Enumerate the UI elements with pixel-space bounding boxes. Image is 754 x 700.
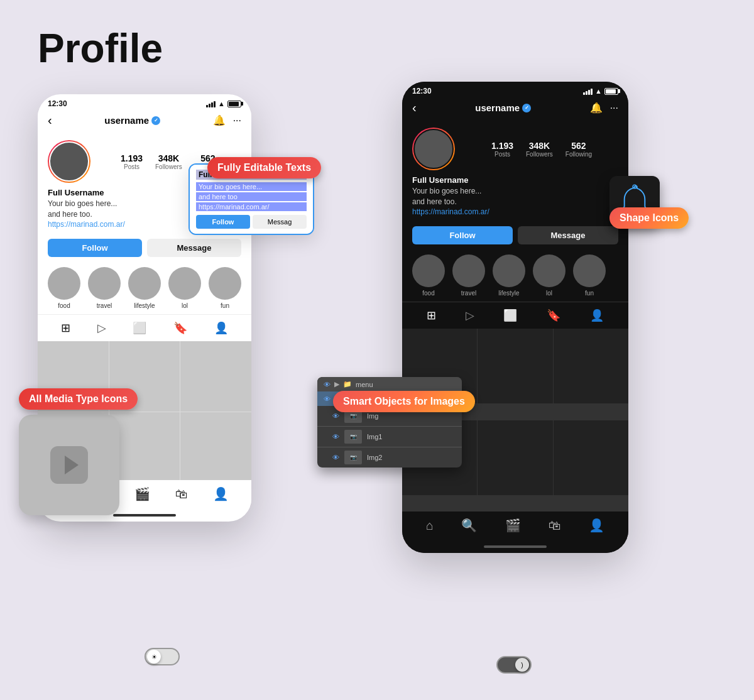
popup-bio1: Your bio goes here... xyxy=(196,182,307,191)
avatar-dark xyxy=(413,129,454,169)
action-btns-dark: Follow Message xyxy=(402,221,628,249)
signal-bars-light xyxy=(206,100,216,107)
follow-btn-light[interactable]: Follow xyxy=(48,239,142,257)
layer-img1[interactable]: 👁 📷 Img1 xyxy=(317,427,462,447)
tab-save-light[interactable]: 🔖 xyxy=(173,321,187,335)
tab-profile-dark[interactable]: 👤 xyxy=(590,309,604,322)
story-circle-dark4 xyxy=(533,254,566,287)
story-lol-dark[interactable]: lol xyxy=(533,254,566,297)
stat-following-dark: 562 Following xyxy=(566,141,592,158)
username-text-light: username xyxy=(104,115,149,126)
back-btn-dark[interactable]: ‹ xyxy=(412,101,417,115)
bell-icon-light[interactable]: 🔔 xyxy=(213,114,226,126)
status-icons-dark: ▲ xyxy=(583,87,618,95)
shop-nav-light[interactable]: 🛍 xyxy=(175,487,188,501)
follow-btn-dark[interactable]: Follow xyxy=(412,226,513,244)
callout-editable-texts: Fully Editable Texts xyxy=(207,157,321,178)
story-travel-dark[interactable]: travel xyxy=(452,254,485,297)
tab-tagged-light[interactable]: ⬜ xyxy=(133,321,146,335)
eye-icon-img1: 👁 xyxy=(332,433,339,440)
story-circle-light4 xyxy=(168,267,201,300)
story-lifestyle-light[interactable]: lifestyle xyxy=(128,267,161,309)
signal-bars-dark xyxy=(583,87,593,95)
story-lol-light[interactable]: lol xyxy=(168,267,201,309)
profile-nav-light[interactable]: 👤 xyxy=(213,486,229,501)
story-fun-dark[interactable]: fun xyxy=(573,254,606,297)
grid-cell-5 xyxy=(109,412,180,480)
status-icons-light: ▲ xyxy=(206,100,241,107)
popup-message-btn: Messag xyxy=(253,215,307,229)
username-text-dark: username xyxy=(475,102,520,113)
tab-save-dark[interactable]: 🔖 xyxy=(547,309,560,322)
verified-icon-light: ✓ xyxy=(151,116,160,125)
stat-followers-dark: 348K Followers xyxy=(526,141,553,158)
toggle-dark[interactable]: ) xyxy=(496,656,532,674)
reels-nav-dark[interactable]: 🎬 xyxy=(505,518,521,533)
toggle-knob-light: ☀ xyxy=(147,650,161,664)
story-food-light[interactable]: food xyxy=(48,267,80,309)
grid-cell-dark-2 xyxy=(478,329,552,403)
story-lifestyle-dark[interactable]: lifestyle xyxy=(493,254,525,297)
story-circle-light3 xyxy=(128,267,161,300)
tab-tagged-dark[interactable]: ⬜ xyxy=(503,309,517,322)
profile-bio-dark: Your bio goes here... and here too. xyxy=(412,186,618,207)
popup-follow-btn[interactable]: Follow xyxy=(196,215,250,229)
message-btn-light[interactable]: Message xyxy=(147,239,241,257)
status-bar-dark: 12:30 ▲ xyxy=(402,82,628,98)
nav-actions-light: 🔔 ··· xyxy=(213,114,241,126)
more-icon-light[interactable]: ··· xyxy=(233,115,241,126)
story-circle-dark3 xyxy=(493,254,525,287)
tab-reels-dark[interactable]: ▷ xyxy=(466,309,474,322)
tab-grid-light[interactable]: ⊞ xyxy=(61,321,70,335)
home-nav-dark[interactable]: ⌂ xyxy=(426,518,434,533)
tab-reels-light[interactable]: ▷ xyxy=(97,321,106,335)
page-title: Profile xyxy=(38,25,163,72)
dark-phone: 12:30 ▲ ‹ username ✓ xyxy=(402,82,628,553)
toggle-dark-wrap[interactable]: ) xyxy=(496,656,532,674)
callout-media-type: All Media Type Icons xyxy=(19,388,138,410)
back-btn-light[interactable]: ‹ xyxy=(48,113,52,128)
username-area-dark: username ✓ xyxy=(475,102,531,113)
profile-nav-dark[interactable]: 👤 xyxy=(589,518,604,533)
story-travel-light[interactable]: travel xyxy=(88,267,121,309)
eye-icon-img: 👁 xyxy=(332,412,339,420)
reels-nav-light[interactable]: 🎬 xyxy=(134,486,150,501)
search-nav-dark[interactable]: 🔍 xyxy=(461,518,477,533)
story-circle-dark1 xyxy=(412,254,445,287)
profile-link-dark[interactable]: https://marinad.com.ar/ xyxy=(412,207,618,216)
layer-thumb-img1: 📷 xyxy=(344,430,362,444)
folder-icon-header: 📁 xyxy=(343,380,352,388)
toggle-knob-dark: ) xyxy=(515,658,529,672)
eye-icon-header: 👁 xyxy=(324,381,331,388)
home-indicator-light xyxy=(113,514,176,517)
grid-cell-dark-3 xyxy=(554,329,628,403)
home-indicator-wrap-dark xyxy=(402,543,628,553)
story-fun-light[interactable]: fun xyxy=(209,267,241,309)
bell-icon-dark[interactable]: 🔔 xyxy=(590,102,603,114)
tab-grid-dark[interactable]: ⊞ xyxy=(427,309,436,322)
callout-shape-icons: Shape Icons xyxy=(609,207,689,229)
layer-header-text: menu xyxy=(356,381,373,388)
avatar-light xyxy=(49,141,89,182)
story-circle-dark5 xyxy=(573,254,606,287)
layers-header: 👁 ▶ 📁 menu xyxy=(317,377,462,391)
layer-img2[interactable]: 👁 📷 Img2 xyxy=(317,447,462,468)
toggle-light-wrap[interactable]: ☀ xyxy=(145,648,180,665)
username-area-light: username ✓ xyxy=(104,115,160,126)
eye-icon-img2: 👁 xyxy=(332,454,339,461)
chevron-icon: ▶ xyxy=(334,380,339,388)
tab-profile-light[interactable]: 👤 xyxy=(214,321,228,335)
shop-nav-dark[interactable]: 🛍 xyxy=(549,518,561,533)
stat-posts-dark: 1.193 Posts xyxy=(491,141,513,158)
grid-cell-dark-6 xyxy=(554,420,628,495)
eye-icon-media: 👁 xyxy=(324,395,331,403)
story-food-dark[interactable]: food xyxy=(412,254,445,297)
toggle-light[interactable]: ☀ xyxy=(145,648,180,665)
more-icon-dark[interactable]: ··· xyxy=(610,102,618,114)
home-indicator-dark xyxy=(484,545,547,548)
grid-cell-6 xyxy=(180,412,251,480)
profile-section-dark: 1.193 Posts 348K Followers 562 Following… xyxy=(402,120,628,221)
message-btn-dark[interactable]: Message xyxy=(518,226,618,244)
profile-top-dark: 1.193 Posts 348K Followers 562 Following xyxy=(412,128,618,170)
battery-icon-light xyxy=(227,101,241,107)
